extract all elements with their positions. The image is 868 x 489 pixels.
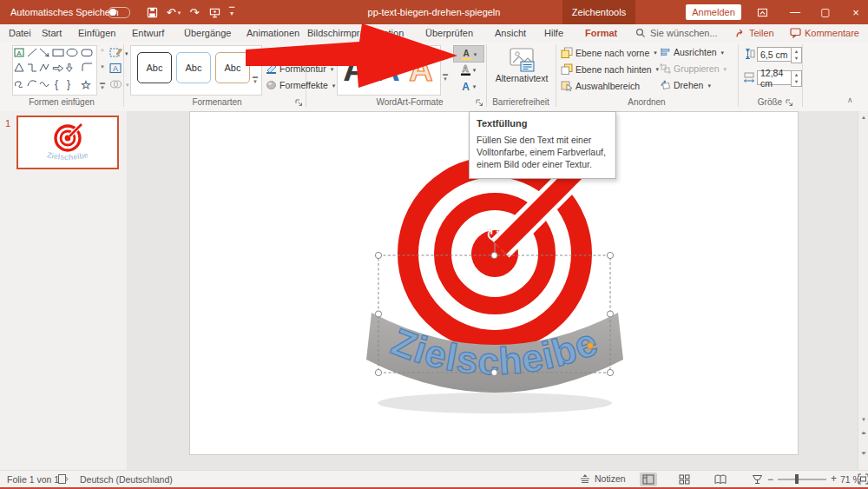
merge-shapes-button[interactable]: ▾ (109, 79, 122, 89)
shape-styles-up-button[interactable]: ▲ (250, 56, 260, 62)
wordart-style-blue[interactable]: A (376, 51, 399, 88)
send-backward-icon (561, 63, 573, 75)
zoom-slider-thumb[interactable] (795, 474, 799, 484)
wordart-style-black[interactable]: A (343, 51, 366, 88)
send-backward-button[interactable]: Ebene nach hinten▾ (561, 63, 659, 75)
handle-bottom-center[interactable] (491, 369, 497, 375)
shape-height-stepper[interactable]: ▲▼ (791, 47, 802, 63)
autosave-toggle[interactable] (108, 7, 130, 18)
shape-styles-more-button[interactable]: ▬▼ (250, 74, 260, 84)
notes-toggle-button[interactable]: Notizen (580, 473, 626, 484)
shape-style-tan[interactable]: Abc (215, 52, 250, 83)
share-button[interactable]: Teilen (733, 24, 776, 42)
alt-text-button[interactable]: Alternativtext (491, 45, 552, 97)
handle-bottom-left[interactable] (375, 369, 381, 375)
tab-hilfe[interactable]: Hilfe (542, 24, 565, 42)
edit-shape-button[interactable]: ▾ (109, 47, 122, 58)
svg-text:A: A (462, 64, 468, 74)
wordart-banner[interactable]: Zielscheibe (366, 313, 623, 393)
wordart-styles-gallery[interactable]: A A A (337, 45, 441, 96)
reading-view-icon (714, 474, 727, 485)
normal-view-button[interactable] (640, 472, 657, 486)
context-tab-zeichentools[interactable]: Zeichentools (562, 0, 635, 24)
ribbon-display-options-button[interactable] (753, 0, 771, 24)
close-button[interactable]: × (846, 0, 865, 24)
previous-slide-button[interactable]: ▲▔ (858, 431, 868, 438)
tab-datei[interactable]: Datei (7, 24, 33, 42)
shape-style-blue[interactable]: Abc (176, 52, 211, 83)
tab-bildschirmpraesentation[interactable]: Bildschirmpräsentation (306, 24, 405, 42)
scroll-up-button[interactable]: ▲ (858, 115, 868, 120)
tab-format[interactable]: Format (583, 24, 619, 43)
start-presentation-button[interactable] (207, 0, 222, 24)
shape-width-stepper[interactable]: ▲▼ (791, 70, 802, 87)
reading-view-button[interactable] (712, 472, 729, 486)
shape-width-input[interactable]: 12,84 cm (757, 70, 795, 85)
tab-einfuegen[interactable]: Einfügen (76, 24, 117, 42)
bring-forward-icon (561, 47, 573, 58)
group-label-shape-styles: Formenarten (130, 97, 304, 107)
shapes-gallery-more-button[interactable]: ▬▼ (97, 80, 108, 90)
zoom-in-button[interactable]: + (831, 472, 837, 485)
handle-top-left[interactable] (375, 252, 381, 258)
shape-effects-button[interactable]: Formeffekte▾ (266, 80, 335, 90)
slide-counter: Folie 1 von 1 (7, 474, 59, 485)
adjust-handle[interactable] (587, 342, 593, 348)
tab-start[interactable]: Start (40, 24, 63, 42)
next-slide-button[interactable]: ▁▼ (858, 448, 868, 455)
shape-styles-dialog-launcher[interactable] (295, 99, 303, 107)
tab-ueberpruefen[interactable]: Überprüfen (424, 24, 475, 42)
shapes-gallery-up-button[interactable]: ▲ (97, 47, 108, 52)
undo-button[interactable]: ↶▾ (163, 0, 184, 24)
fit-to-window-button[interactable] (858, 473, 868, 485)
handle-mid-left[interactable] (375, 311, 381, 317)
handle-top-right[interactable] (607, 252, 613, 258)
collapse-ribbon-button[interactable]: ∧ (847, 96, 853, 104)
tab-entwurf[interactable]: Entwurf (130, 24, 166, 42)
comments-button[interactable]: Kommentare (788, 24, 861, 42)
bring-forward-button[interactable]: Ebene nach vorne▾ (561, 47, 657, 58)
size-dialog-launcher[interactable] (786, 99, 793, 107)
text-box-button[interactable]: A (109, 63, 122, 74)
wordart-dialog-launcher[interactable] (476, 99, 483, 107)
slide-thumbnail[interactable]: Zielscheibe (16, 116, 119, 169)
rotate-handle-icon[interactable]: ↻ (485, 224, 501, 246)
scroll-down-button[interactable]: ▼ (858, 417, 868, 422)
handle-bottom-right[interactable] (607, 369, 613, 375)
language-indicator[interactable]: Deutsch (Deutschland) (80, 474, 173, 485)
tab-ansicht[interactable]: Ansicht (493, 24, 528, 42)
shape-fill-button[interactable]: Formfüllung▾ (266, 47, 335, 57)
accessibility-checker-button[interactable] (57, 473, 69, 485)
shape-height-input[interactable]: 6,5 cm (757, 47, 795, 62)
tab-animationen[interactable]: Animationen (245, 24, 301, 42)
handle-top-center[interactable] (491, 252, 497, 258)
shapes-gallery[interactable]: A { } ★ (12, 45, 97, 96)
wordart-gallery-up-button[interactable]: ▲ (440, 50, 450, 56)
maximize-button[interactable]: ▢ (816, 0, 835, 24)
group-label-insert-shapes: Formen einfügen (12, 97, 111, 107)
rotate-button[interactable]: Drehen▾ (660, 80, 711, 90)
slide-sorter-view-button[interactable] (675, 472, 693, 486)
handle-mid-right[interactable] (607, 311, 613, 317)
shapes-gallery-down-button[interactable]: ▼ (97, 64, 108, 69)
text-effects-button[interactable]: A ▾ (453, 78, 483, 94)
sign-in-button[interactable]: Anmelden (686, 4, 741, 20)
wordart-gallery-more-button[interactable]: ▬▼ (440, 71, 450, 82)
tell-me-search[interactable]: Sie wünschen... (634, 24, 720, 42)
align-button[interactable]: Ausrichten▾ (660, 47, 724, 57)
tab-uebergaenge[interactable]: Übergänge (182, 24, 233, 42)
redo-button[interactable]: ↷ (187, 0, 201, 24)
slideshow-view-button[interactable] (748, 472, 766, 486)
save-button[interactable] (144, 0, 160, 24)
shape-outline-button[interactable]: Formkontur▾ (266, 63, 333, 74)
wordart-style-orange[interactable]: A (409, 51, 432, 88)
text-fill-button[interactable]: A ▾ (453, 45, 484, 63)
minimize-button[interactable]: — (786, 0, 805, 24)
shape-style-black[interactable]: Abc (137, 52, 172, 83)
text-outline-button[interactable]: A ▾ (453, 62, 483, 77)
selection-pane-button[interactable]: Auswahlbereich (561, 80, 640, 91)
zoom-slider-track[interactable] (778, 479, 826, 480)
qat-customize-button[interactable]: ▔▾ (226, 0, 238, 24)
vertical-scrollbar[interactable]: ▲ ▼ ▲▔ ▁▼ (858, 111, 868, 470)
zoom-out-button[interactable]: − (767, 473, 773, 486)
